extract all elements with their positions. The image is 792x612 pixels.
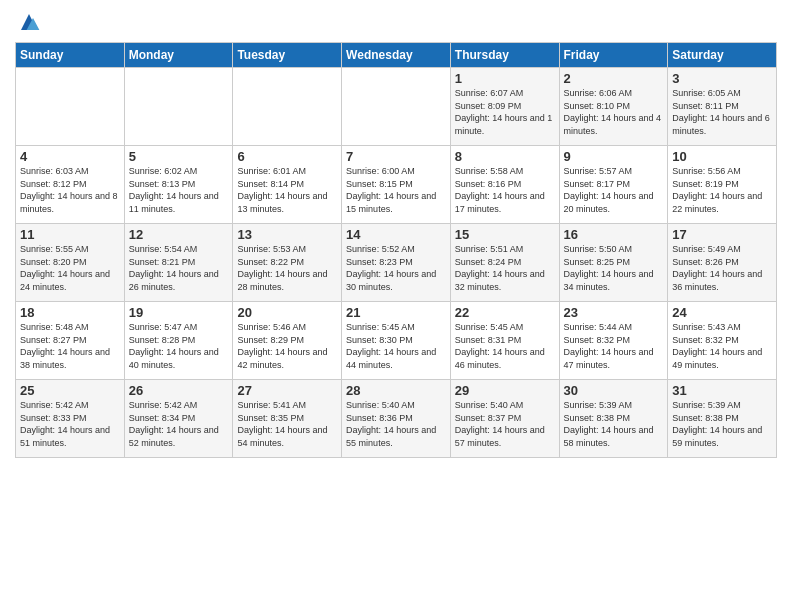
day-number: 12 [129, 227, 229, 242]
day-info: Sunrise: 5:56 AM Sunset: 8:19 PM Dayligh… [672, 166, 762, 214]
logo [15, 10, 41, 34]
calendar-cell: 4Sunrise: 6:03 AM Sunset: 8:12 PM Daylig… [16, 146, 125, 224]
day-number: 3 [672, 71, 772, 86]
day-info: Sunrise: 6:06 AM Sunset: 8:10 PM Dayligh… [564, 88, 662, 136]
calendar-cell: 1Sunrise: 6:07 AM Sunset: 8:09 PM Daylig… [450, 68, 559, 146]
calendar-cell: 3Sunrise: 6:05 AM Sunset: 8:11 PM Daylig… [668, 68, 777, 146]
day-number: 20 [237, 305, 337, 320]
day-info: Sunrise: 5:44 AM Sunset: 8:32 PM Dayligh… [564, 322, 654, 370]
day-number: 30 [564, 383, 664, 398]
calendar-cell [124, 68, 233, 146]
calendar-header: SundayMondayTuesdayWednesdayThursdayFrid… [16, 43, 777, 68]
day-number: 18 [20, 305, 120, 320]
day-info: Sunrise: 5:45 AM Sunset: 8:30 PM Dayligh… [346, 322, 436, 370]
page: SundayMondayTuesdayWednesdayThursdayFrid… [0, 0, 792, 612]
day-number: 6 [237, 149, 337, 164]
day-number: 16 [564, 227, 664, 242]
calendar-cell: 18Sunrise: 5:48 AM Sunset: 8:27 PM Dayli… [16, 302, 125, 380]
day-number: 8 [455, 149, 555, 164]
day-number: 13 [237, 227, 337, 242]
logo-icon [17, 10, 41, 34]
day-info: Sunrise: 5:50 AM Sunset: 8:25 PM Dayligh… [564, 244, 654, 292]
header-row: SundayMondayTuesdayWednesdayThursdayFrid… [16, 43, 777, 68]
calendar-week: 1Sunrise: 6:07 AM Sunset: 8:09 PM Daylig… [16, 68, 777, 146]
day-number: 1 [455, 71, 555, 86]
day-number: 26 [129, 383, 229, 398]
day-info: Sunrise: 6:00 AM Sunset: 8:15 PM Dayligh… [346, 166, 436, 214]
calendar-cell: 13Sunrise: 5:53 AM Sunset: 8:22 PM Dayli… [233, 224, 342, 302]
day-number: 24 [672, 305, 772, 320]
day-number: 22 [455, 305, 555, 320]
day-number: 7 [346, 149, 446, 164]
day-number: 27 [237, 383, 337, 398]
day-number: 14 [346, 227, 446, 242]
day-info: Sunrise: 5:40 AM Sunset: 8:36 PM Dayligh… [346, 400, 436, 448]
calendar-cell: 7Sunrise: 6:00 AM Sunset: 8:15 PM Daylig… [342, 146, 451, 224]
calendar-body: 1Sunrise: 6:07 AM Sunset: 8:09 PM Daylig… [16, 68, 777, 458]
day-info: Sunrise: 5:55 AM Sunset: 8:20 PM Dayligh… [20, 244, 110, 292]
calendar-cell: 30Sunrise: 5:39 AM Sunset: 8:38 PM Dayli… [559, 380, 668, 458]
header-day: Sunday [16, 43, 125, 68]
day-info: Sunrise: 5:48 AM Sunset: 8:27 PM Dayligh… [20, 322, 110, 370]
calendar-cell: 17Sunrise: 5:49 AM Sunset: 8:26 PM Dayli… [668, 224, 777, 302]
day-info: Sunrise: 5:52 AM Sunset: 8:23 PM Dayligh… [346, 244, 436, 292]
header-day: Thursday [450, 43, 559, 68]
day-info: Sunrise: 5:39 AM Sunset: 8:38 PM Dayligh… [672, 400, 762, 448]
day-info: Sunrise: 5:42 AM Sunset: 8:34 PM Dayligh… [129, 400, 219, 448]
header-day: Saturday [668, 43, 777, 68]
day-info: Sunrise: 5:57 AM Sunset: 8:17 PM Dayligh… [564, 166, 654, 214]
calendar-week: 18Sunrise: 5:48 AM Sunset: 8:27 PM Dayli… [16, 302, 777, 380]
calendar-cell: 24Sunrise: 5:43 AM Sunset: 8:32 PM Dayli… [668, 302, 777, 380]
calendar-cell: 8Sunrise: 5:58 AM Sunset: 8:16 PM Daylig… [450, 146, 559, 224]
calendar-cell: 21Sunrise: 5:45 AM Sunset: 8:30 PM Dayli… [342, 302, 451, 380]
day-number: 19 [129, 305, 229, 320]
day-number: 4 [20, 149, 120, 164]
day-info: Sunrise: 6:02 AM Sunset: 8:13 PM Dayligh… [129, 166, 219, 214]
header-day: Friday [559, 43, 668, 68]
day-info: Sunrise: 6:01 AM Sunset: 8:14 PM Dayligh… [237, 166, 327, 214]
calendar-cell: 25Sunrise: 5:42 AM Sunset: 8:33 PM Dayli… [16, 380, 125, 458]
calendar-week: 4Sunrise: 6:03 AM Sunset: 8:12 PM Daylig… [16, 146, 777, 224]
header-day: Tuesday [233, 43, 342, 68]
day-number: 5 [129, 149, 229, 164]
day-info: Sunrise: 5:39 AM Sunset: 8:38 PM Dayligh… [564, 400, 654, 448]
calendar-week: 25Sunrise: 5:42 AM Sunset: 8:33 PM Dayli… [16, 380, 777, 458]
day-info: Sunrise: 5:51 AM Sunset: 8:24 PM Dayligh… [455, 244, 545, 292]
calendar-cell: 10Sunrise: 5:56 AM Sunset: 8:19 PM Dayli… [668, 146, 777, 224]
calendar-cell: 11Sunrise: 5:55 AM Sunset: 8:20 PM Dayli… [16, 224, 125, 302]
calendar-cell: 20Sunrise: 5:46 AM Sunset: 8:29 PM Dayli… [233, 302, 342, 380]
calendar-cell: 22Sunrise: 5:45 AM Sunset: 8:31 PM Dayli… [450, 302, 559, 380]
day-number: 17 [672, 227, 772, 242]
day-info: Sunrise: 5:41 AM Sunset: 8:35 PM Dayligh… [237, 400, 327, 448]
day-info: Sunrise: 5:42 AM Sunset: 8:33 PM Dayligh… [20, 400, 110, 448]
calendar-cell: 19Sunrise: 5:47 AM Sunset: 8:28 PM Dayli… [124, 302, 233, 380]
calendar-cell [342, 68, 451, 146]
day-info: Sunrise: 5:40 AM Sunset: 8:37 PM Dayligh… [455, 400, 545, 448]
day-info: Sunrise: 5:45 AM Sunset: 8:31 PM Dayligh… [455, 322, 545, 370]
day-number: 21 [346, 305, 446, 320]
header-day: Wednesday [342, 43, 451, 68]
day-number: 10 [672, 149, 772, 164]
calendar-week: 11Sunrise: 5:55 AM Sunset: 8:20 PM Dayli… [16, 224, 777, 302]
calendar-cell: 26Sunrise: 5:42 AM Sunset: 8:34 PM Dayli… [124, 380, 233, 458]
day-number: 11 [20, 227, 120, 242]
day-number: 28 [346, 383, 446, 398]
calendar-cell: 16Sunrise: 5:50 AM Sunset: 8:25 PM Dayli… [559, 224, 668, 302]
day-number: 9 [564, 149, 664, 164]
day-info: Sunrise: 5:49 AM Sunset: 8:26 PM Dayligh… [672, 244, 762, 292]
header [15, 10, 777, 34]
day-number: 25 [20, 383, 120, 398]
day-info: Sunrise: 5:58 AM Sunset: 8:16 PM Dayligh… [455, 166, 545, 214]
calendar-cell: 14Sunrise: 5:52 AM Sunset: 8:23 PM Dayli… [342, 224, 451, 302]
calendar-cell: 6Sunrise: 6:01 AM Sunset: 8:14 PM Daylig… [233, 146, 342, 224]
day-info: Sunrise: 6:05 AM Sunset: 8:11 PM Dayligh… [672, 88, 770, 136]
day-number: 15 [455, 227, 555, 242]
calendar-cell: 29Sunrise: 5:40 AM Sunset: 8:37 PM Dayli… [450, 380, 559, 458]
header-day: Monday [124, 43, 233, 68]
calendar-cell: 5Sunrise: 6:02 AM Sunset: 8:13 PM Daylig… [124, 146, 233, 224]
calendar-table: SundayMondayTuesdayWednesdayThursdayFrid… [15, 42, 777, 458]
day-info: Sunrise: 5:43 AM Sunset: 8:32 PM Dayligh… [672, 322, 762, 370]
calendar-cell: 15Sunrise: 5:51 AM Sunset: 8:24 PM Dayli… [450, 224, 559, 302]
calendar-cell: 27Sunrise: 5:41 AM Sunset: 8:35 PM Dayli… [233, 380, 342, 458]
day-info: Sunrise: 6:03 AM Sunset: 8:12 PM Dayligh… [20, 166, 118, 214]
